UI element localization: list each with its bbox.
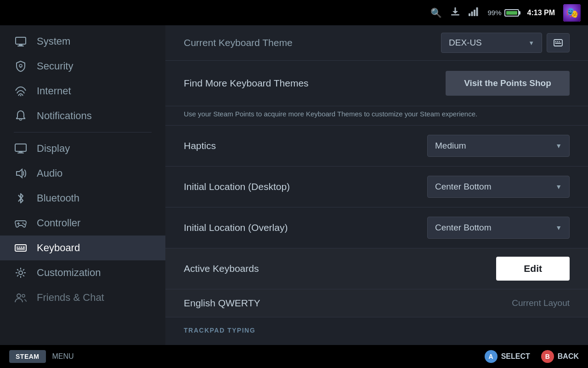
keyboard-layout-row: English QWERTY Current Layout: [165, 289, 588, 317]
svg-point-37: [22, 294, 25, 297]
svg-rect-42: [555, 43, 561, 44]
battery-bar: [504, 9, 519, 17]
notifications-icon: [14, 110, 28, 122]
sidebar-label-keyboard: Keyboard: [37, 242, 80, 254]
sidebar-label-internet: Internet: [37, 85, 71, 97]
svg-rect-15: [17, 153, 24, 154]
sidebar-item-customization[interactable]: Customization: [0, 260, 165, 285]
sidebar-divider-1: [14, 132, 152, 132]
menu-label: MENU: [52, 352, 74, 361]
battery-fill: [506, 11, 517, 15]
sidebar-item-security[interactable]: Security: [0, 54, 165, 79]
system-icon: [14, 35, 28, 47]
internet-icon: [14, 86, 28, 96]
haptics-chevron-icon: ▼: [555, 142, 562, 150]
svg-rect-13: [15, 144, 26, 151]
chevron-down-icon: ▼: [528, 40, 534, 46]
sidebar-item-display[interactable]: Display: [0, 136, 165, 161]
sidebar-item-notifications[interactable]: Notifications: [0, 104, 165, 128]
initial-location-desktop-row: Initial Location (Desktop) Center Bottom…: [165, 167, 588, 207]
svg-marker-16: [17, 169, 22, 178]
svg-line-35: [17, 275, 18, 276]
a-button[interactable]: A: [485, 350, 498, 363]
avatar[interactable]: [563, 4, 581, 22]
svg-rect-8: [19, 44, 23, 46]
initial-location-desktop-dropdown[interactable]: Center Bottom ▼: [427, 176, 570, 198]
active-keyboards-label: Active Keyboards: [184, 263, 487, 274]
svg-point-27: [19, 271, 23, 275]
keyboard-theme-current: DEX-US: [449, 38, 482, 48]
trackpad-typing-header: TRACKPAD TYPING: [165, 317, 588, 339]
b-button[interactable]: B: [541, 350, 554, 363]
find-more-label: Find More Keyboard Themes: [184, 78, 436, 89]
sidebar: System Security Internet: [0, 25, 165, 345]
customization-icon: [14, 267, 28, 279]
active-keyboards-section: Active Keyboards Edit: [165, 248, 588, 289]
controller-icon: [14, 218, 28, 228]
svg-point-12: [20, 95, 22, 97]
svg-rect-4: [471, 12, 473, 16]
english-qwerty-label: English QWERTY: [184, 298, 512, 309]
search-icon[interactable]: 🔍: [430, 7, 442, 18]
topbar: 🔍 99% 4:13 PM: [0, 0, 588, 25]
svg-rect-41: [559, 41, 560, 42]
sidebar-label-display: Display: [37, 143, 70, 155]
back-action: B BACK: [541, 350, 579, 363]
sidebar-item-internet[interactable]: Internet: [0, 79, 165, 104]
steam-button[interactable]: STEAM: [9, 350, 46, 363]
steam-menu-group: STEAM MENU: [9, 350, 74, 363]
svg-rect-6: [476, 7, 478, 16]
keyboard-icon: [14, 243, 28, 253]
haptics-dropdown[interactable]: Medium ▼: [427, 135, 570, 157]
audio-icon: [14, 168, 28, 179]
keyboard-theme-label: Current Keyboard Theme: [184, 37, 432, 48]
sidebar-item-keyboard[interactable]: Keyboard: [0, 236, 165, 260]
sidebar-item-controller[interactable]: Controller: [0, 211, 165, 236]
select-action: A SELECT: [485, 350, 530, 363]
svg-rect-21: [15, 245, 26, 251]
sidebar-label-system: System: [37, 35, 70, 47]
svg-rect-5: [474, 10, 475, 16]
sidebar-item-audio[interactable]: Audio: [0, 161, 165, 186]
initial-location-overlay-row: Initial Location (Overlay) Center Bottom…: [165, 207, 588, 248]
back-label: BACK: [558, 352, 579, 361]
sidebar-label-controller: Controller: [37, 217, 80, 229]
security-icon: [14, 60, 28, 72]
initial-location-desktop-chevron-icon: ▼: [555, 183, 562, 190]
bottom-actions: A SELECT B BACK: [485, 350, 579, 363]
initial-location-overlay-value: Center Bottom: [435, 223, 492, 233]
haptics-row: Haptics Medium ▼: [165, 125, 588, 167]
friends-icon: [14, 292, 28, 303]
sidebar-item-friends-chat[interactable]: Friends & Chat: [0, 285, 165, 310]
points-shop-row: Find More Keyboard Themes Visit the Poin…: [165, 61, 588, 106]
initial-location-overlay-label: Initial Location (Overlay): [184, 222, 418, 233]
initial-location-desktop-value: Center Bottom: [435, 182, 492, 192]
svg-rect-22: [17, 247, 18, 248]
battery-indicator: 99%: [488, 9, 519, 17]
sidebar-item-bluetooth[interactable]: Bluetooth: [0, 186, 165, 211]
svg-rect-39: [555, 41, 557, 42]
visit-points-shop-button[interactable]: Visit the Points Shop: [446, 71, 570, 96]
svg-point-20: [24, 224, 25, 225]
keyboard-icon-button[interactable]: [547, 33, 570, 52]
keyboard-theme-value: DEX-US ▼: [441, 33, 570, 53]
battery-percent: 99%: [488, 9, 502, 17]
svg-rect-7: [16, 37, 26, 44]
svg-rect-3: [469, 13, 470, 16]
svg-rect-25: [23, 247, 25, 248]
avatar-image: [563, 4, 581, 22]
edit-button[interactable]: Edit: [496, 257, 570, 281]
svg-rect-40: [557, 41, 559, 42]
select-label: SELECT: [501, 352, 530, 361]
svg-rect-11: [20, 66, 21, 68]
download-icon[interactable]: [450, 6, 460, 19]
display-icon: [14, 143, 28, 154]
initial-location-overlay-dropdown[interactable]: Center Bottom ▼: [427, 217, 570, 239]
haptics-label: Haptics: [184, 140, 418, 151]
sidebar-label-customization: Customization: [37, 267, 101, 279]
sidebar-item-system[interactable]: System: [0, 29, 165, 54]
clock: 4:13 PM: [527, 9, 555, 17]
main-content: Current Keyboard Theme DEX-US ▼ Find Mor…: [165, 25, 588, 345]
keyboard-theme-dropdown[interactable]: DEX-US ▼: [441, 33, 542, 53]
svg-line-33: [23, 275, 24, 276]
